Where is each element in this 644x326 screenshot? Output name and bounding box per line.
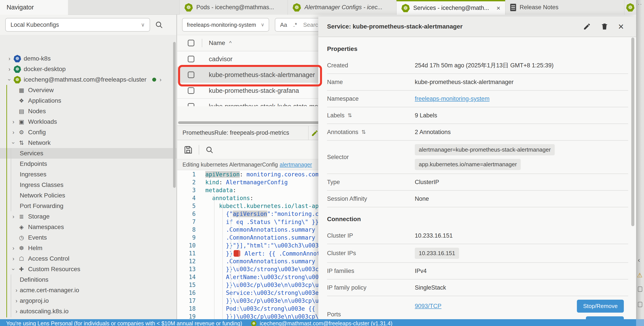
- sidebar-item-icecheng-mathmast-com-freeleaps-cluster[interactable]: ›☸icecheng@mathmast.com@freeleaps-cluste…: [0, 74, 176, 85]
- indent-guide: [214, 194, 214, 319]
- chevron-right-icon[interactable]: ›: [13, 308, 20, 315]
- delete-icon[interactable]: [600, 22, 608, 30]
- tab-extra[interactable]: ☸: [624, 0, 636, 15]
- kubernetes-icon: ☸: [402, 4, 410, 12]
- chevron-right-icon[interactable]: ›: [9, 118, 18, 125]
- chevron-down-icon[interactable]: ›: [9, 140, 18, 146]
- namespace-select[interactable]: freeleaps-monitoring-system ∨: [182, 18, 269, 32]
- sidebar-item-storage[interactable]: ›≣Storage: [0, 211, 176, 222]
- property-value: kube-prometheus-stack-alertmanager: [415, 79, 628, 86]
- chevron-right-icon[interactable]: ›: [9, 213, 18, 220]
- chevron-down-icon[interactable]: ›: [9, 266, 18, 273]
- sidebar-item-ingresses[interactable]: Ingresses: [0, 169, 176, 180]
- column-header-name[interactable]: Name: [209, 40, 225, 46]
- cluster-status[interactable]: ☸ icecheng@mathmast.com@freeleaps-cluste…: [251, 320, 392, 326]
- code-token: :: [250, 195, 254, 202]
- sidebar-item-acme-cert-manager-io[interactable]: ›acme.cert-manager.io: [0, 285, 176, 296]
- stop-remove-button[interactable]: Stop/Remove: [577, 300, 624, 312]
- code-token: apiVersion: [233, 210, 267, 217]
- tab-alertmanager-configs[interactable]: ☸Alertmanager Configs - icec...: [288, 0, 396, 15]
- sort-asc-icon[interactable]: ^: [229, 40, 232, 46]
- match-case-icon[interactable]: Aa: [280, 22, 287, 28]
- overview-icon: ▦: [18, 87, 26, 94]
- detail-scrollbar[interactable]: [631, 38, 634, 226]
- sidebar-item-cert-manager-io[interactable]: ›cert-manager.io: [0, 316, 176, 319]
- sidebar-item-config[interactable]: ›⚙Config: [0, 127, 176, 138]
- close-icon[interactable]: ×: [496, 4, 500, 12]
- property-row-annotations: Annotations⇅2 Annotations: [327, 124, 628, 140]
- property-row-created: Created254d 17h 50m ago (2025年1月13日 GMT+…: [327, 57, 628, 74]
- sidebar-item-label: Services: [20, 150, 43, 157]
- sidebar-item-custom-resources[interactable]: ›✚Custom Resources: [0, 264, 176, 274]
- sidebar-item-ingress-classes[interactable]: Ingress Classes: [0, 180, 176, 190]
- sidebar-item-label: Access Control: [28, 255, 69, 262]
- close-icon[interactable]: ×: [618, 22, 624, 31]
- sidebar-item-events[interactable]: ◷Events: [0, 232, 176, 243]
- sidebar-item-helm[interactable]: ›☸Helm: [0, 243, 176, 254]
- row-checkbox[interactable]: [188, 87, 194, 94]
- sidebar-item-access-control[interactable]: ›☖Access Control: [0, 254, 176, 264]
- property-row-name: Namekube-prometheus-stack-alertmanager: [327, 74, 628, 90]
- divider: [308, 126, 308, 140]
- code-text: AlertName:\u003c/strong\u003e: [201, 274, 329, 280]
- save-icon[interactable]: [184, 146, 192, 154]
- sidebar-item-services[interactable]: Services: [0, 148, 176, 158]
- editing-resource-link[interactable]: alertmanager: [280, 162, 312, 168]
- chevron-right-icon[interactable]: ›: [5, 55, 14, 62]
- kubernetes-icon: ☸: [251, 321, 257, 326]
- tab-pods[interactable]: ☸Pods - icecheng@mathmas...: [180, 0, 288, 15]
- chevron-right-icon[interactable]: ›: [13, 287, 20, 294]
- nodes-icon: ▤: [18, 108, 26, 115]
- chevron-right-icon[interactable]: ›: [9, 245, 18, 252]
- property-label-text: Namespace: [327, 96, 359, 102]
- chevron-right-icon[interactable]: ›: [13, 298, 20, 304]
- sidebar-item-network[interactable]: ›⇅Network: [0, 138, 176, 148]
- row-checkbox[interactable]: [188, 56, 194, 62]
- code-token: }}\u003c/p\u003e\n\u003cp\u003: [205, 282, 329, 288]
- sort-icon[interactable]: ⇅: [362, 129, 366, 135]
- edit-icon[interactable]: [583, 22, 591, 30]
- horizontal-scrollbar[interactable]: [178, 121, 332, 124]
- edit-icon[interactable]: [311, 130, 318, 137]
- regex-icon[interactable]: .*: [293, 22, 297, 28]
- value-chip: app.kubernetes.io/name=alertmanager: [415, 159, 521, 170]
- chevron-right-icon[interactable]: ›: [160, 76, 162, 83]
- property-value: freeleaps-monitoring-system: [415, 96, 628, 102]
- forward-button[interactable]: Forward...: [586, 316, 624, 320]
- kubernetes-icon: ☸: [14, 76, 21, 83]
- tab-release-notes[interactable]: Release Notes: [505, 0, 624, 15]
- document-icon: [510, 4, 516, 11]
- editor-search-icon[interactable]: [205, 146, 214, 154]
- chevron-down-icon[interactable]: ›: [5, 76, 14, 83]
- chevron-right-icon[interactable]: ›: [5, 66, 14, 72]
- sidebar-item-namespaces[interactable]: ◈Namespaces: [0, 222, 176, 232]
- tab-services[interactable]: ☸Services - icecheng@math...×: [396, 0, 505, 15]
- sidebar-item-nodes[interactable]: ▤Nodes: [0, 106, 176, 116]
- port-link[interactable]: 9093/TCP: [415, 303, 442, 310]
- property-row-ip-family-policy: IP family policySingleStack: [327, 280, 628, 296]
- sidebar-item-definitions[interactable]: Definitions: [0, 274, 176, 285]
- sidebar-item-label: Config: [28, 129, 46, 136]
- sidebar-item-docker-desktop[interactable]: ›☸docker-desktop: [0, 64, 176, 74]
- sidebar-item-applications[interactable]: ❖Applications: [0, 96, 176, 106]
- service-detail-panel: Service: kube-prometheus-stack-alertmana…: [318, 16, 636, 319]
- search-icon[interactable]: [155, 20, 163, 29]
- property-label-text: IP families: [327, 268, 354, 274]
- sidebar-scrollbar[interactable]: [173, 42, 176, 188]
- sidebar-item-workloads[interactable]: ›▣Workloads: [0, 116, 176, 127]
- row-checkbox[interactable]: [188, 103, 194, 106]
- sidebar-item-overview[interactable]: ▦Overview: [0, 85, 176, 96]
- chevron-right-icon[interactable]: ›: [9, 255, 18, 262]
- sidebar-item-network-policies[interactable]: Network Policies: [0, 190, 176, 201]
- sidebar-item-port-forwarding[interactable]: Port Forwarding: [0, 201, 176, 211]
- select-all-checkbox[interactable]: [188, 40, 194, 46]
- kubeconfig-select[interactable]: Local Kubeconfigs ∨: [5, 18, 150, 32]
- sidebar-item-argoproj-io[interactable]: ›argoproj.io: [0, 296, 176, 306]
- property-link[interactable]: freeleaps-monitoring-system: [415, 96, 490, 102]
- sort-icon[interactable]: ⇅: [348, 112, 352, 118]
- chevron-right-icon[interactable]: ›: [9, 129, 18, 136]
- sidebar-item-autoscaling-k8s-io[interactable]: ›autoscaling.k8s.io: [0, 306, 176, 316]
- sidebar-item-demo-k8s[interactable]: ›☸demo-k8s: [0, 53, 176, 64]
- sidebar-item-endpoints[interactable]: Endpoints: [0, 158, 176, 169]
- sidebar-item-label: Definitions: [20, 276, 48, 283]
